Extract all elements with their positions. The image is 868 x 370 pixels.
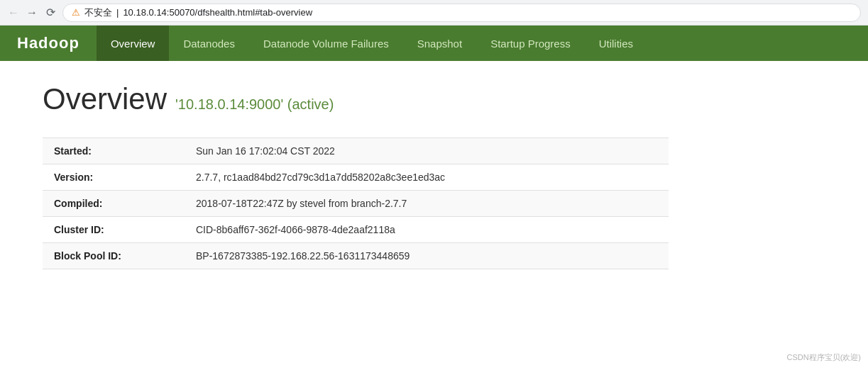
title-row: Overview '10.18.0.14:9000' (active) — [43, 82, 825, 120]
nav-item-overview[interactable]: Overview — [97, 26, 170, 61]
nav-item-datanodes[interactable]: Datanodes — [169, 26, 249, 61]
nav-item-startup-progress[interactable]: Startup Progress — [476, 26, 585, 61]
navbar-nav: Overview Datanodes Datanode Volume Failu… — [97, 26, 647, 61]
info-table: Started:Sun Jan 16 17:02:04 CST 2022Vers… — [43, 138, 669, 269]
browser-chrome: ← → ⟳ ⚠ 不安全 | 10.18.0.14:50070/dfshealth… — [0, 0, 868, 26]
row-label: Compiled: — [43, 191, 185, 217]
row-label: Started: — [43, 138, 185, 164]
row-label: Block Pool ID: — [43, 243, 185, 269]
row-value: Sun Jan 16 17:02:04 CST 2022 — [185, 138, 669, 164]
row-value: BP-1672873385-192.168.22.56-163117344865… — [185, 243, 669, 269]
lock-icon: ⚠ — [72, 7, 80, 18]
row-value: CID-8b6aff67-362f-4066-9878-4de2aaf2118a — [185, 217, 669, 243]
back-button[interactable]: ← — [7, 6, 20, 19]
navbar: Hadoop Overview Datanodes Datanode Volum… — [0, 26, 868, 61]
main-content: Overview '10.18.0.14:9000' (active) Star… — [0, 61, 868, 291]
reload-button[interactable]: ⟳ — [44, 6, 57, 19]
page-title: Overview — [43, 82, 167, 116]
address-text: 10.18.0.14:50070/dfshealth.html#tab-over… — [123, 7, 312, 18]
row-label: Cluster ID: — [43, 217, 185, 243]
table-row: Version:2.7.7, rc1aad84bd27cd79c3d1a7dd5… — [43, 164, 669, 191]
insecure-label: 不安全 — [84, 6, 112, 19]
table-row: Started:Sun Jan 16 17:02:04 CST 2022 — [43, 138, 669, 164]
table-row: Block Pool ID:BP-1672873385-192.168.22.5… — [43, 243, 669, 269]
address-separator: | — [116, 7, 119, 18]
navbar-brand[interactable]: Hadoop — [0, 26, 97, 61]
nav-item-datanode-volume-failures[interactable]: Datanode Volume Failures — [249, 26, 403, 61]
table-row: Compiled:2018-07-18T22:47Z by stevel fro… — [43, 191, 669, 217]
address-bar[interactable]: ⚠ 不安全 | 10.18.0.14:50070/dfshealth.html#… — [62, 4, 861, 22]
nav-item-utilities[interactable]: Utilities — [585, 26, 647, 61]
forward-button[interactable]: → — [26, 6, 38, 19]
nav-item-snapshot[interactable]: Snapshot — [403, 26, 476, 61]
row-value: 2.7.7, rc1aad84bd27cd79c3d1a7dd58202a8c3… — [185, 164, 669, 191]
row-value: 2018-07-18T22:47Z by stevel from branch-… — [185, 191, 669, 217]
row-label: Version: — [43, 164, 185, 191]
page-subtitle: '10.18.0.14:9000' (active) — [175, 96, 334, 113]
table-row: Cluster ID:CID-8b6aff67-362f-4066-9878-4… — [43, 217, 669, 243]
